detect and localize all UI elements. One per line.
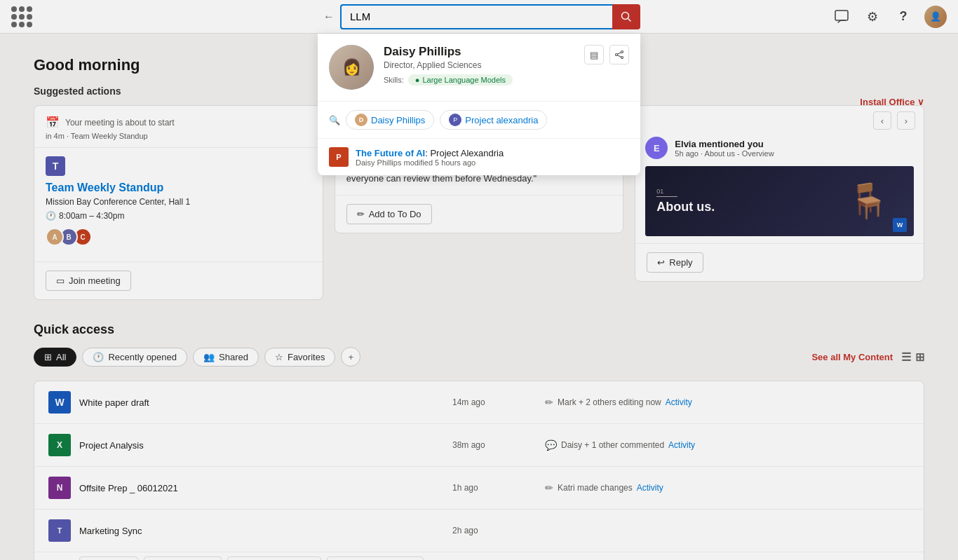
- person-card-icon[interactable]: ▤: [584, 45, 604, 64]
- person-share-icon[interactable]: [609, 45, 629, 64]
- suggestion-file-sub: Daisy Phillips modified 5 hours ago: [356, 158, 629, 167]
- svg-point-5: [621, 57, 623, 59]
- skills-badge: ● Large Language Models: [408, 74, 513, 86]
- pill-project-label: Project alexandria: [465, 115, 538, 125]
- pill-project-avatar: P: [449, 114, 461, 126]
- pill-person-label: Daisy Phillips: [371, 115, 425, 125]
- pill-person-avatar: D: [355, 114, 367, 126]
- svg-point-4: [621, 51, 623, 53]
- svg-line-6: [617, 53, 621, 54]
- pill-search-icon: 🔍: [329, 115, 340, 125]
- suggestion-pill-person[interactable]: D Daisy Phillips: [346, 110, 434, 130]
- skills-label: Skills:: [384, 76, 404, 84]
- person-card: 👩 Daisy Phillips Director, Applied Scien…: [318, 34, 640, 102]
- person-avatar: 👩: [329, 45, 374, 90]
- person-title: Director, Applied Sciences: [384, 60, 574, 70]
- suggestion-file-name: The Future of AI: Project Alexandria: [356, 148, 629, 158]
- suggestion-file-ppt-icon: P: [329, 147, 349, 167]
- suggestion-file[interactable]: P The Future of AI: Project Alexandria D…: [318, 139, 640, 175]
- svg-point-3: [616, 54, 618, 56]
- person-action-icons: ▤: [584, 45, 629, 64]
- skills-value: Large Language Models: [422, 76, 506, 84]
- search-dropdown: 👩 Daisy Phillips Director, Applied Scien…: [318, 34, 640, 175]
- person-info: Daisy Phillips Director, Applied Science…: [384, 45, 574, 86]
- person-name: Daisy Phillips: [384, 45, 574, 59]
- suggestion-file-info: The Future of AI: Project Alexandria Dai…: [356, 148, 629, 167]
- suggestion-pill-project[interactable]: P Project alexandria: [440, 110, 547, 130]
- suggestion-pills-row: 🔍 D Daisy Phillips P Project alexandria: [318, 102, 640, 139]
- svg-line-7: [617, 55, 621, 57]
